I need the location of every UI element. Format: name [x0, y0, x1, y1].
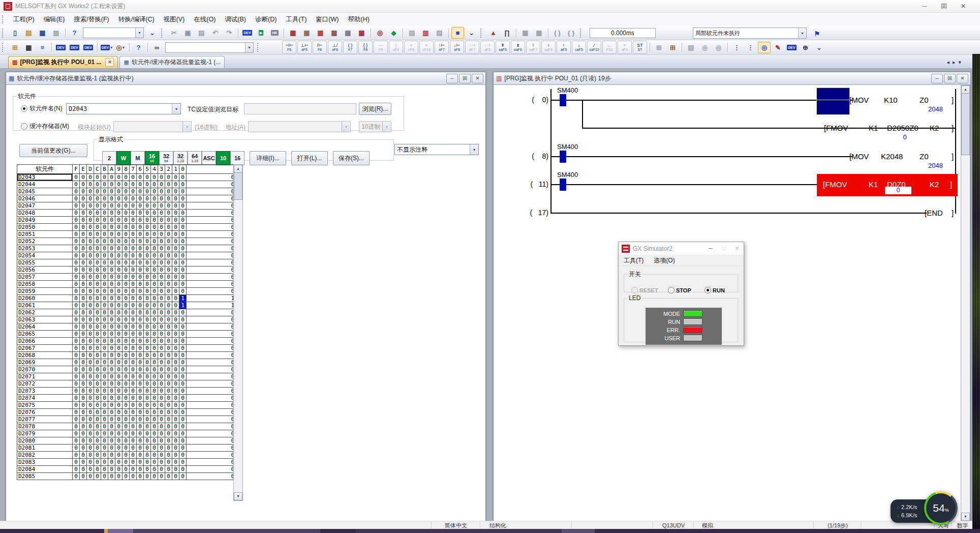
bit-cell[interactable]: 0 — [137, 352, 144, 359]
bit-cell[interactable]: 0 — [108, 210, 115, 217]
bit-cell[interactable]: 0 — [158, 302, 165, 309]
bit-cell[interactable]: 0 — [165, 437, 172, 445]
bit-cell[interactable]: 0 — [179, 338, 187, 345]
ladder-vertical-scrollbar[interactable]: ▲ ▼ — [961, 85, 970, 521]
device-value-cell[interactable]: 0 — [187, 402, 236, 409]
bit-cell[interactable]: 0 — [179, 238, 187, 245]
instruction-arg[interactable]: K10 — [884, 96, 898, 104]
ladder-block-edit-icon[interactable]: ⊞ — [666, 42, 679, 53]
device-value-cell[interactable]: 0 — [187, 359, 236, 366]
menu-item[interactable]: 在线(O) — [189, 13, 220, 26]
bit-cell[interactable]: 0 — [151, 423, 158, 430]
memory-usage-gauge[interactable]: 54 % — [924, 491, 958, 525]
bit-cell[interactable]: 0 — [172, 366, 179, 373]
bit-cell[interactable]: 0 — [179, 423, 187, 430]
bit-cell[interactable]: 0 — [158, 266, 165, 274]
bit-cell[interactable]: 0 — [73, 252, 80, 259]
find-in-block-icon[interactable]: ◎ — [698, 42, 711, 53]
device-name-cell[interactable]: D2083 — [17, 459, 73, 466]
simulator-menu-options[interactable]: 选项(O) — [649, 256, 680, 265]
bit-cell[interactable]: 0 — [144, 445, 151, 452]
bit-cell[interactable]: 0 — [165, 338, 172, 345]
bit-cell[interactable]: 0 — [80, 302, 87, 309]
bit-cell[interactable]: 0 — [151, 380, 158, 388]
device-name-cell[interactable]: D2065 — [17, 331, 73, 338]
bit-cell[interactable]: 0 — [130, 445, 137, 452]
bit-cell[interactable]: 0 — [137, 181, 144, 188]
device-name-cell[interactable]: D2060 — [17, 295, 73, 302]
toolbar-overflow-icon[interactable]: ⌄ — [146, 27, 159, 39]
bit-cell[interactable]: 0 — [101, 217, 108, 224]
bit-cell[interactable]: 0 — [165, 423, 172, 430]
bit-cell[interactable]: 0 — [151, 359, 158, 366]
bit-cell[interactable]: 0 — [130, 452, 137, 459]
device-name-cell[interactable]: D2044 — [17, 181, 73, 188]
bit-cell[interactable]: 0 — [101, 437, 108, 445]
bit-cell[interactable]: 0 — [108, 238, 115, 245]
bit-cell[interactable]: 0 — [73, 238, 80, 245]
bit-cell[interactable]: 0 — [87, 402, 94, 409]
bit-cell[interactable]: 0 — [137, 409, 144, 416]
bit-cell[interactable]: 1 — [179, 302, 187, 309]
save-button[interactable]: 保存(S)... — [333, 151, 370, 165]
bit-cell[interactable]: 0 — [122, 416, 130, 423]
bit-cell[interactable]: 0 — [108, 316, 115, 323]
bit-cell[interactable]: 0 — [122, 380, 130, 388]
bit-cell[interactable]: 0 — [144, 181, 151, 188]
device-value-cell[interactable]: 0 — [187, 266, 236, 274]
format-button-W[interactable]: W — [116, 151, 131, 165]
bit-cell[interactable]: 0 — [130, 217, 137, 224]
toolbar2-overflow-icon[interactable]: ⌄ — [813, 42, 825, 53]
bit-cell[interactable]: 0 — [137, 473, 144, 480]
radio-device-name[interactable]: 软元件名(N) — [21, 104, 63, 113]
bit-cell[interactable]: 0 — [172, 373, 179, 380]
scroll-up-icon[interactable]: ▲ — [234, 165, 242, 173]
bit-cell[interactable]: 0 — [165, 316, 172, 323]
bit-cell[interactable]: 0 — [130, 409, 137, 416]
bit-cell[interactable]: 0 — [179, 210, 187, 217]
bit-cell[interactable]: 0 — [80, 202, 87, 210]
bit-cell[interactable]: 0 — [144, 416, 151, 423]
bit-cell[interactable]: 0 — [151, 217, 158, 224]
device-name-cell[interactable]: D2049 — [17, 217, 73, 224]
ladder-symbol-button-sF8[interactable]: ↓⊢sF8 — [450, 41, 464, 54]
instruction-op[interactable]: [MOV — [849, 152, 869, 161]
bit-cell[interactable]: 0 — [172, 331, 179, 338]
bit-cell[interactable]: 0 — [122, 338, 130, 345]
menu-item[interactable]: 转换/编译(C) — [114, 13, 159, 26]
device-value-cell[interactable]: 0 — [187, 217, 236, 224]
bit-cell[interactable]: 0 — [165, 388, 172, 395]
zoom-magnifier-icon[interactable]: ⊕ — [799, 42, 812, 53]
format-button-10[interactable]: 10 — [216, 151, 230, 165]
bit-cell[interactable]: 0 — [165, 195, 172, 202]
bit-cell[interactable]: 0 — [130, 366, 137, 373]
bit-cell[interactable]: 0 — [122, 359, 130, 366]
bit-cell[interactable]: 0 — [130, 210, 137, 217]
bit-cell[interactable]: 0 — [94, 309, 101, 316]
device-name-cell[interactable]: D2082 — [17, 452, 73, 459]
bit-cell[interactable]: 0 — [108, 323, 115, 331]
device-name-cell[interactable]: D2054 — [17, 252, 73, 259]
bit-cell[interactable]: 0 — [130, 231, 137, 238]
bit-cell[interactable]: 0 — [115, 252, 122, 259]
menu-item[interactable]: 窗口(W) — [311, 13, 343, 26]
bit-cell[interactable]: 0 — [94, 380, 101, 388]
device-value-cell[interactable]: 0 — [187, 445, 236, 452]
ladder-symbol-button-sF9[interactable]: |sF9 — [389, 41, 403, 54]
bit-cell[interactable]: 0 — [122, 181, 130, 188]
device-value-cell[interactable]: 0 — [187, 366, 236, 373]
bit-cell[interactable]: 0 — [172, 430, 179, 437]
bit-cell[interactable]: 0 — [130, 359, 137, 366]
ladder-symbol-button-ST[interactable]: STST — [633, 41, 647, 54]
bit-cell[interactable]: 0 — [80, 195, 87, 202]
bit-cell[interactable]: 0 — [122, 423, 130, 430]
ladder-symbol-button-aF7[interactable]: ↑⊣aF7 — [465, 41, 479, 54]
bit-cell[interactable]: 0 — [158, 174, 165, 181]
bit-cell[interactable]: 0 — [137, 331, 144, 338]
bit-cell[interactable]: 0 — [144, 316, 151, 323]
bit-cell[interactable]: 0 — [151, 352, 158, 359]
device-name-cell[interactable]: D2058 — [17, 281, 73, 288]
ladder-symbol-button-saF7[interactable]: ⇞saF7 — [526, 41, 540, 54]
bit-cell[interactable]: 0 — [130, 395, 137, 402]
bit-cell[interactable]: 0 — [87, 445, 94, 452]
